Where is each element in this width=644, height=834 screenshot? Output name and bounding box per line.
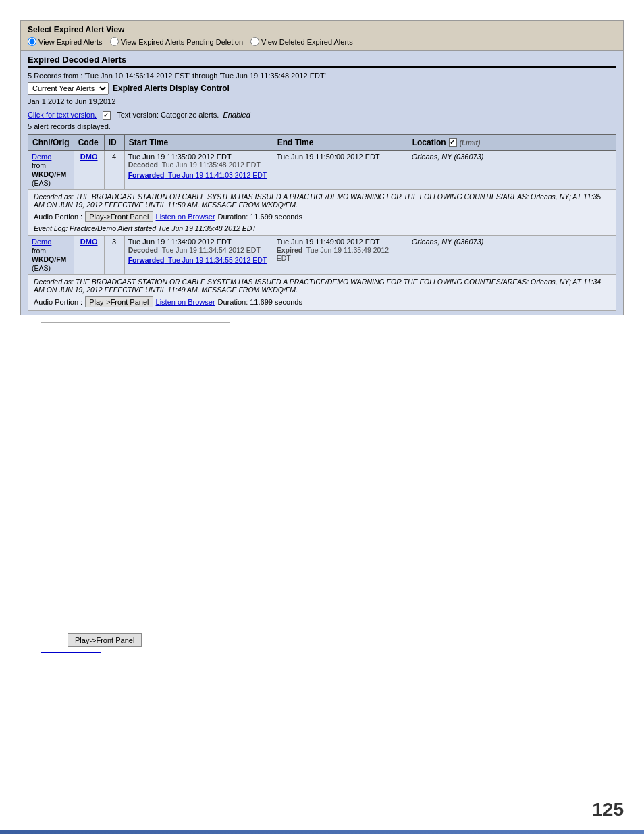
select-view-section: Select Expired Alert View View Expired A… bbox=[21, 21, 623, 51]
table-row: Demo from WKDQ/FM (EAS) DMO 4 bbox=[28, 151, 616, 190]
radio-pending-label: View Expired Alerts Pending Deletion bbox=[121, 38, 243, 46]
dmo-link-1[interactable]: DMO bbox=[80, 153, 98, 161]
radio-view-expired-input[interactable] bbox=[28, 37, 36, 46]
decoded-row-1: Decoded as: THE BROADCAST STATION OR CAB… bbox=[28, 190, 616, 236]
radio-deleted-input[interactable] bbox=[250, 37, 259, 46]
chnl-cell-2: Demo from WKDQ/FM (EAS) bbox=[28, 236, 74, 275]
end-expired-2: Expired Tue Jun 19 11:35:49 2012 EDT bbox=[277, 246, 404, 262]
start-decoded-1: Decoded Tue Jun 19 11:35:48 2012 EDT bbox=[128, 161, 269, 169]
start-decoded-2: Decoded Tue Jun 19 11:34:54 2012 EDT bbox=[128, 246, 269, 254]
id-value-2: 3 bbox=[112, 238, 116, 246]
start-cell-1: Tue Jun 19 11:35:00 2012 EDT Decoded Tue… bbox=[124, 151, 273, 190]
text-version-status: Enabled bbox=[223, 111, 250, 119]
listen-link-1[interactable]: Listen on Browser bbox=[156, 213, 215, 221]
records-info: 5 Records from : 'Tue Jan 10 14:56:14 20… bbox=[28, 72, 616, 80]
end-cell-1: Tue Jun 19 11:50:00 2012 EDT bbox=[273, 151, 408, 190]
table-row-2: Demo from WKDQ/FM (EAS) DMO 3 bbox=[28, 236, 616, 275]
duration-2: Duration: 11.699 seconds bbox=[218, 298, 302, 306]
th-end: End Time bbox=[273, 135, 408, 151]
id-cell-1: 4 bbox=[104, 151, 124, 190]
forwarded-link-2[interactable]: Forwarded Tue Jun 19 11:34:55 2012 EDT bbox=[128, 256, 267, 264]
listen-link-2[interactable]: Listen on Browser bbox=[156, 298, 215, 306]
th-chnl: Chnl/Orig bbox=[28, 135, 74, 151]
audio-row-2: Audio Portion : Play->Front Panel Listen… bbox=[34, 296, 610, 307]
chnl-cell-1: Demo from WKDQ/FM (EAS) bbox=[28, 151, 74, 190]
radio-row: View Expired Alerts View Expired Alerts … bbox=[28, 37, 616, 46]
station-suffix-2: (EAS) bbox=[32, 264, 70, 272]
decoded-content-2: Decoded as: THE BROADCAST STATION OR CAB… bbox=[28, 275, 616, 311]
demo-link-1[interactable]: Demo bbox=[32, 153, 70, 161]
forwarded-link-1[interactable]: Forwarded Tue Jun 19 11:41:03 2012 EDT bbox=[128, 171, 267, 179]
start-cell-2: Tue Jun 19 11:34:00 2012 EDT Decoded Tue… bbox=[124, 236, 273, 275]
play-btn-2[interactable]: Play->Front Panel bbox=[85, 296, 153, 307]
bottom-play-btn[interactable]: Play->Front Panel bbox=[68, 633, 142, 647]
station-1: WKDQ/FM bbox=[32, 170, 70, 178]
audio-row-1: Audio Portion : Play->Front Panel Listen… bbox=[34, 211, 610, 222]
bottom-separator bbox=[41, 322, 230, 323]
th-start: Start Time bbox=[124, 135, 273, 151]
location-cell-1: Orleans, NY (036073) bbox=[408, 151, 616, 190]
th-location: Location (Limit) bbox=[408, 135, 616, 151]
decoded-as-text-2: Decoded as: THE BROADCAST STATION OR CAB… bbox=[34, 278, 610, 294]
code-cell-1: DMO bbox=[74, 151, 104, 190]
code-cell-2: DMO bbox=[74, 236, 104, 275]
location-value-1: Orleans, NY (036073) bbox=[412, 153, 484, 161]
display-control-label: Expired Alerts Display Control bbox=[113, 84, 230, 93]
from-text-1: from bbox=[32, 161, 70, 170]
page-number: 125 bbox=[592, 799, 624, 820]
alerts-table: Chnl/Orig Code ID Start Time End Time bbox=[28, 134, 616, 311]
alert-count: 5 alert records displayed. bbox=[28, 122, 616, 130]
demo-link-2[interactable]: Demo bbox=[32, 238, 70, 246]
th-code: Code bbox=[74, 135, 104, 151]
text-version-link[interactable]: Click for text version. bbox=[28, 111, 97, 119]
end-main-1: Tue Jun 19 11:50:00 2012 EDT bbox=[277, 153, 404, 161]
id-cell-2: 3 bbox=[104, 236, 124, 275]
dmo-link-2[interactable]: DMO bbox=[80, 238, 98, 246]
decoded-row-2: Decoded as: THE BROADCAST STATION OR CAB… bbox=[28, 275, 616, 311]
radio-view-expired-label: View Expired Alerts bbox=[38, 38, 103, 46]
station-2: WKDQ/FM bbox=[32, 255, 70, 263]
display-control-dropdown[interactable]: Current Year Alerts bbox=[28, 82, 109, 95]
text-version-row: Click for text version. Text version: Ca… bbox=[28, 111, 616, 120]
bottom-underline bbox=[41, 652, 101, 653]
location-limit: (Limit) bbox=[460, 139, 481, 147]
radio-deleted[interactable]: View Deleted Expired Alerts bbox=[250, 37, 353, 46]
decoded-as-text-1: Decoded as: THE BROADCAST STATION OR CAB… bbox=[34, 192, 610, 209]
start-main-2: Tue Jun 19 11:34:00 2012 EDT bbox=[128, 238, 269, 246]
event-log-1: Event Log: Practice/Demo Alert started T… bbox=[34, 224, 610, 232]
start-main-1: Tue Jun 19 11:35:00 2012 EDT bbox=[128, 153, 269, 161]
th-id: ID bbox=[104, 135, 124, 151]
end-main-2: Tue Jun 19 11:49:00 2012 EDT bbox=[277, 238, 404, 246]
location-value-2: Orleans, NY (036073) bbox=[412, 238, 484, 246]
station-suffix-1: (EAS) bbox=[32, 179, 70, 187]
id-value-1: 4 bbox=[112, 153, 116, 161]
play-btn-1[interactable]: Play->Front Panel bbox=[85, 211, 153, 222]
end-cell-2: Tue Jun 19 11:49:00 2012 EDT Expired Tue… bbox=[273, 236, 408, 275]
from-text-2: from bbox=[32, 246, 70, 255]
radio-pending[interactable]: View Expired Alerts Pending Deletion bbox=[110, 37, 243, 46]
text-version-note: Text version: Categorize alerts. bbox=[117, 111, 219, 119]
expired-section: Expired Decoded Alerts 5 Records from : … bbox=[21, 51, 623, 315]
text-version-checkbox[interactable] bbox=[103, 111, 111, 120]
duration-1: Duration: 11.699 seconds bbox=[218, 213, 302, 221]
expired-decoded-title: Expired Decoded Alerts bbox=[28, 55, 616, 68]
location-cell-2: Orleans, NY (036073) bbox=[408, 236, 616, 275]
radio-view-expired[interactable]: View Expired Alerts bbox=[28, 37, 103, 46]
location-checkbox[interactable] bbox=[449, 138, 457, 147]
audio-label-2: Audio Portion : bbox=[34, 298, 82, 306]
date-range: Jan 1,2012 to Jun 19,2012 bbox=[28, 97, 616, 105]
select-view-title: Select Expired Alert View bbox=[28, 25, 616, 34]
footer-bar bbox=[0, 830, 644, 834]
decoded-content-1: Decoded as: THE BROADCAST STATION OR CAB… bbox=[28, 190, 616, 236]
radio-deleted-label: View Deleted Expired Alerts bbox=[261, 38, 353, 46]
audio-label-1: Audio Portion : bbox=[34, 213, 82, 221]
display-control-row: Current Year Alerts Expired Alerts Displ… bbox=[28, 82, 616, 95]
radio-pending-input[interactable] bbox=[110, 37, 119, 46]
